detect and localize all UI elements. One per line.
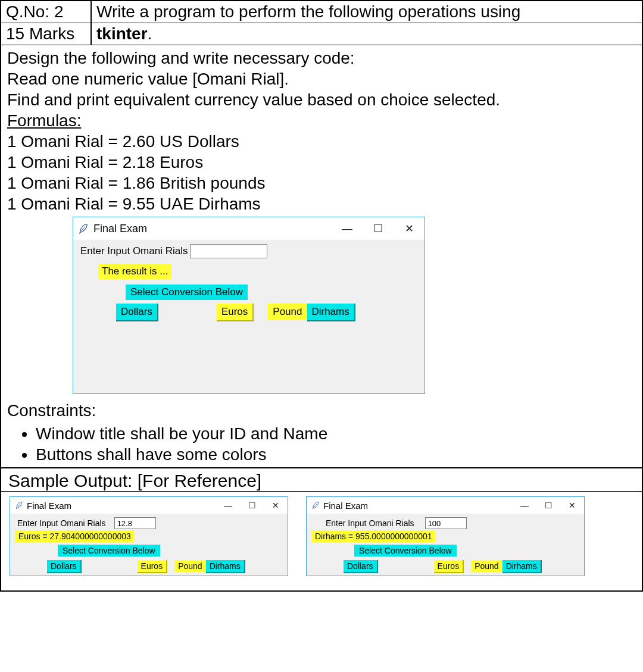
constraints-list: Window title shall be your ID and Name B… bbox=[36, 423, 636, 465]
dirhams-button[interactable]: Dirhams bbox=[307, 304, 354, 320]
rial-input[interactable] bbox=[190, 244, 267, 258]
close-button[interactable]: ✕ bbox=[560, 497, 584, 514]
constraint-1: Window title shall be your ID and Name bbox=[36, 423, 636, 444]
dirhams-button[interactable]: Dirhams bbox=[206, 560, 244, 572]
window-title: Final Exam bbox=[93, 222, 332, 236]
tk-window-sample-left: Final Exam — ☐ ✕ Enter Input Omani Rials… bbox=[10, 496, 288, 576]
select-conversion-label: Select Conversion Below bbox=[126, 285, 248, 299]
dirhams-button[interactable]: Dirhams bbox=[502, 560, 541, 572]
pound-button[interactable]: Pound bbox=[268, 304, 307, 320]
body-line-3: Find and print equivalent currency value… bbox=[7, 89, 636, 110]
button-row: Dollars Euros Pound Dirhams bbox=[311, 560, 579, 572]
formula-2: 1 Omani Rial = 2.18 Euros bbox=[7, 152, 636, 173]
question-prompt-line1: Write a program to perform the following… bbox=[91, 1, 642, 23]
window-title: Final Exam bbox=[27, 501, 216, 511]
question-prompt-line2: tkinter. bbox=[91, 23, 642, 45]
dollars-button[interactable]: Dollars bbox=[116, 304, 157, 320]
result-label: Dirhams = 955.0000000000001 bbox=[311, 530, 436, 542]
prompt-suffix: . bbox=[148, 24, 152, 43]
result-label: Euros = 27.904000000000003 bbox=[15, 530, 135, 542]
tk-window-main: Final Exam — ☐ ✕ Enter Input Omani Rials… bbox=[73, 217, 425, 394]
euros-button[interactable]: Euros bbox=[434, 560, 463, 572]
titlebar: Final Exam — ☐ ✕ bbox=[10, 497, 288, 514]
question-document: Q.No: 2 Write a program to perform the f… bbox=[0, 0, 643, 592]
body-line-1: Design the following and write necessary… bbox=[7, 48, 636, 68]
constraints-heading: Constraints: bbox=[7, 400, 636, 421]
input-label: Enter Input Omani Rials bbox=[323, 517, 417, 529]
question-number: Q.No: 2 bbox=[1, 1, 91, 23]
prompt-bold-word: tkinter bbox=[96, 24, 148, 43]
question-header: Q.No: 2 Write a program to perform the f… bbox=[1, 1, 642, 45]
pound-button[interactable]: Pound bbox=[471, 560, 502, 572]
select-conversion-label: Select Conversion Below bbox=[354, 545, 457, 557]
formula-4: 1 Omani Rial = 9.55 UAE Dirhams bbox=[7, 193, 636, 214]
rial-input[interactable]: 12.8 bbox=[114, 517, 156, 529]
titlebar: Final Exam — ☐ ✕ bbox=[73, 217, 424, 240]
feather-icon bbox=[15, 501, 23, 510]
button-row: Dollars Euros Pound Dirhams bbox=[78, 304, 420, 320]
euros-button[interactable]: Euros bbox=[138, 560, 167, 572]
formula-3: 1 Omani Rial = 1.86 British pounds bbox=[7, 173, 636, 193]
constraint-2: Buttons shall have some colors bbox=[36, 444, 636, 465]
sample-output-heading: Sample Output: [For Reference] bbox=[1, 468, 642, 492]
body-line-2: Read one numeric value [Omani Rial]. bbox=[7, 68, 636, 89]
maximize-button[interactable]: ☐ bbox=[363, 217, 394, 240]
titlebar: Final Exam — ☐ ✕ bbox=[307, 497, 584, 514]
maximize-button[interactable]: ☐ bbox=[240, 497, 264, 514]
minimize-button[interactable]: — bbox=[332, 217, 363, 240]
close-button[interactable]: ✕ bbox=[264, 497, 288, 514]
feather-icon bbox=[78, 223, 89, 234]
select-conversion-label: Select Conversion Below bbox=[58, 545, 160, 557]
question-body: Design the following and write necessary… bbox=[1, 45, 642, 468]
result-label: The result is ... bbox=[98, 264, 171, 279]
minimize-button[interactable]: — bbox=[513, 497, 536, 514]
tk-window-sample-right: Final Exam — ☐ ✕ Enter Input Omani Rials… bbox=[306, 496, 585, 576]
input-label: Enter Input Omani Rials bbox=[15, 517, 108, 529]
button-row: Dollars Euros Pound Dirhams bbox=[15, 560, 283, 572]
pound-button[interactable]: Pound bbox=[174, 560, 205, 572]
rial-input[interactable]: 100 bbox=[425, 517, 467, 529]
input-label: Enter Input Omani Rials bbox=[78, 243, 190, 258]
euros-button[interactable]: Euros bbox=[217, 304, 252, 320]
maximize-button[interactable]: ☐ bbox=[536, 497, 560, 514]
question-marks: 15 Marks bbox=[1, 23, 91, 45]
feather-icon bbox=[311, 501, 320, 510]
formulas-heading: Formulas: bbox=[7, 111, 81, 130]
close-button[interactable]: ✕ bbox=[394, 217, 424, 240]
sample-output-row: Final Exam — ☐ ✕ Enter Input Omani Rials… bbox=[1, 492, 642, 591]
dollars-button[interactable]: Dollars bbox=[344, 560, 377, 572]
minimize-button[interactable]: — bbox=[216, 497, 240, 514]
window-title: Final Exam bbox=[323, 501, 513, 511]
dollars-button[interactable]: Dollars bbox=[47, 560, 80, 572]
formula-1: 1 Omani Rial = 2.60 US Dollars bbox=[7, 131, 636, 152]
